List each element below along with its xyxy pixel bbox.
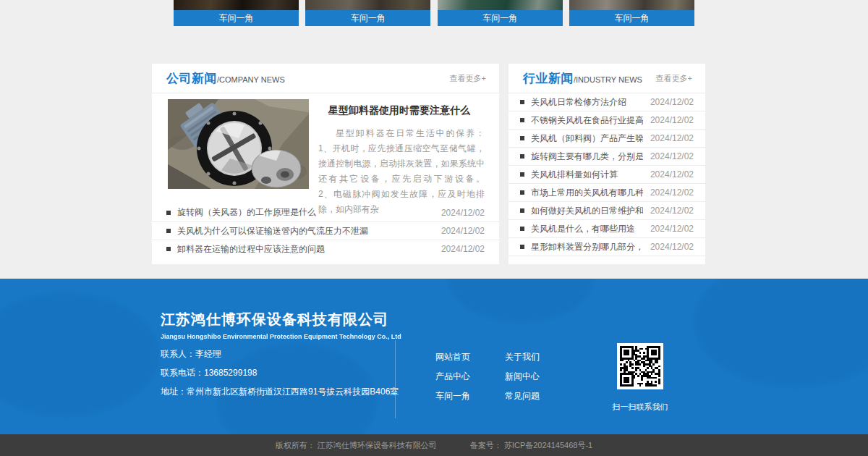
bullet-square-icon <box>520 154 524 159</box>
workshop-gallery: 车间一角 车间一角 车间一角 车间一角 <box>174 0 694 26</box>
workshop-photo <box>569 0 694 10</box>
news-list-item[interactable]: 不锈钢关风机在食品行业提高了工 2024/12/02 <box>509 111 705 130</box>
news-item-title: 旋转阀（关风器）的工作原理是什么 <box>177 206 434 219</box>
footer-company-name: 江苏鸿仕博环保设备科技有限公司 <box>161 310 401 329</box>
industry-news-title-en: /INDUSTRY NEWS <box>574 75 642 84</box>
news-item-date: 2024/12/02 <box>650 151 694 161</box>
news-item-date: 2024/12/02 <box>650 97 694 107</box>
footer-company-name-en: Jiangsu Hongshibo Environmental Protecti… <box>161 333 401 340</box>
news-item-date: 2024/12/02 <box>441 208 485 218</box>
news-list-item[interactable]: 关风机排料量如何计算 2024/12/02 <box>509 166 705 184</box>
map-watermark <box>0 293 159 416</box>
bullet-square-icon <box>520 100 524 104</box>
footer-link-about[interactable]: 关于我们 <box>505 351 540 363</box>
gallery-caption[interactable]: 车间一角 <box>438 10 563 26</box>
gallery-caption[interactable]: 车间一角 <box>305 10 430 26</box>
news-item-title: 星形卸料装置分别哪几部分，需要 <box>531 241 643 253</box>
rotary-feeder-photo-illustration <box>168 99 309 189</box>
news-list-item[interactable]: 关风机为什么可以保证输送管内的气流压力不泄漏 2024/12/02 <box>152 221 499 240</box>
gallery-caption[interactable]: 车间一角 <box>569 10 694 26</box>
news-item-date: 2024/12/02 <box>650 206 694 216</box>
news-list-item[interactable]: 卸料器在运输的过程中应该注意的问题 2024/12/02 <box>152 240 499 258</box>
gallery-card[interactable]: 车间一角 <box>569 0 694 26</box>
map-watermark <box>694 279 868 387</box>
news-item-date: 2024/12/02 <box>441 244 485 254</box>
news-item-title: 市场上常用的关风机有哪几种？ <box>531 187 643 199</box>
industry-news-list: 关风机日常检修方法介绍 2024/12/02 不锈钢关风机在食品行业提高了工 2… <box>509 93 705 256</box>
news-item-title: 不锈钢关风机在食品行业提高了工 <box>531 114 643 127</box>
icp-record-link[interactable]: 备案号： 苏ICP备2024145468号-1 <box>470 440 592 451</box>
bullet-square-icon <box>520 190 524 195</box>
gallery-caption[interactable]: 车间一角 <box>174 10 299 26</box>
news-item-date: 2024/12/02 <box>650 242 694 252</box>
news-item-date: 2024/12/02 <box>650 187 694 198</box>
footer-link-home[interactable]: 网站首页 <box>435 351 485 363</box>
gallery-card[interactable]: 车间一角 <box>438 0 563 26</box>
bullet-square-icon <box>520 172 524 177</box>
news-item-title: 卸料器在运输的过程中应该注意的问题 <box>177 243 434 256</box>
industry-news-panel: 行业新闻/INDUSTRY NEWS 查看更多+ 关风机日常检修方法介绍 202… <box>509 64 705 264</box>
news-list-item[interactable]: 旋转阀（关风器）的工作原理是什么 2024/12/02 <box>152 203 499 221</box>
news-item-date: 2024/12/02 <box>650 169 694 180</box>
industry-news-title: 行业新闻/INDUSTRY NEWS <box>523 70 642 87</box>
company-news-panel: 公司新闻/COMPANY NEWS 查看更多+ <box>152 64 499 264</box>
workshop-photo <box>174 0 299 10</box>
news-list-item[interactable]: 关风机是什么，有哪些用途 2024/12/02 <box>509 220 705 238</box>
workshop-photo <box>438 0 563 10</box>
footer-divider <box>395 340 396 418</box>
bullet-square-icon <box>166 229 171 233</box>
copyright-bar: 版权所有： 江苏鸿仕博环保设备科技有限公司 备案号： 苏ICP备20241454… <box>0 434 868 456</box>
bullet-square-icon <box>520 118 524 122</box>
bullet-square-icon <box>166 211 171 215</box>
industry-news-more-link[interactable]: 查看更多+ <box>656 73 692 84</box>
news-item-title: 关风机（卸料阀）产品产生噪音原 <box>531 132 643 145</box>
footer-link-news[interactable]: 新闻中心 <box>505 371 540 383</box>
qr-caption: 扫一扫联系我们 <box>606 402 674 413</box>
bullet-square-icon <box>520 227 524 231</box>
bullet-square-icon <box>166 247 171 251</box>
footer: 江苏鸿仕博环保设备科技有限公司 Jiangsu Hongshibo Enviro… <box>0 279 868 434</box>
news-list-item[interactable]: 如何做好关风机的日常维护和保养 2024/12/02 <box>509 202 705 220</box>
footer-contact-block: 联系人：李经理 联系电话：13685299198 地址：常州市新北区新桥街道汉江… <box>161 345 399 401</box>
news-item-date: 2024/12/02 <box>650 133 694 143</box>
news-list-item[interactable]: 关风机日常检修方法介绍 2024/12/02 <box>509 93 705 111</box>
featured-article-image[interactable] <box>168 99 309 189</box>
footer-link-workshop[interactable]: 车间一角 <box>435 390 485 402</box>
news-item-title: 旋转阀主要有哪几类，分别是什么 <box>531 151 643 163</box>
bullet-square-icon <box>520 136 524 140</box>
footer-address: 地址：常州市新北区新桥街道汉江西路91号拔云科技园B406室 <box>161 382 399 401</box>
news-list-item[interactable]: 市场上常用的关风机有哪几种？ 2024/12/02 <box>509 184 705 202</box>
news-list-item[interactable]: 旋转阀主要有哪几类，分别是什么 2024/12/02 <box>509 148 705 166</box>
news-item-title: 关风机日常检修方法介绍 <box>531 96 643 109</box>
featured-article-title[interactable]: 星型卸料器使用时需要注意什么 <box>318 104 485 117</box>
map-watermark <box>448 279 593 322</box>
news-item-title: 关风机是什么，有哪些用途 <box>531 223 643 235</box>
company-news-more-link[interactable]: 查看更多+ <box>450 73 486 84</box>
qr-code <box>617 343 663 389</box>
copyright-text: 版权所有： 江苏鸿仕博环保设备科技有限公司 <box>276 440 437 451</box>
company-news-header: 公司新闻/COMPANY NEWS 查看更多+ <box>152 64 499 93</box>
footer-link-products[interactable]: 产品中心 <box>435 371 485 383</box>
workshop-photo <box>305 0 430 10</box>
bullet-square-icon <box>520 208 524 213</box>
news-list-item[interactable]: 关风机（卸料阀）产品产生噪音原 2024/12/02 <box>509 130 705 148</box>
gallery-card[interactable]: 车间一角 <box>305 0 430 26</box>
footer-link-faq[interactable]: 常见问题 <box>505 390 540 402</box>
gallery-card[interactable]: 车间一角 <box>174 0 299 26</box>
company-news-title: 公司新闻/COMPANY NEWS <box>166 70 285 87</box>
news-item-title: 如何做好关风机的日常维护和保养 <box>531 205 643 217</box>
footer-nav: 网站首页 关于我们 产品中心 新闻中心 车间一角 常见问题 <box>435 351 540 402</box>
footer-company-block: 江苏鸿仕博环保设备科技有限公司 Jiangsu Hongshibo Enviro… <box>161 310 401 340</box>
news-item-title: 关风机为什么可以保证输送管内的气流压力不泄漏 <box>177 225 434 237</box>
news-item-date: 2024/12/02 <box>441 226 485 236</box>
footer-contact-phone: 联系电话：13685299198 <box>161 363 399 382</box>
news-item-title: 关风机排料量如何计算 <box>531 169 643 181</box>
footer-contact-person: 联系人：李经理 <box>161 345 399 363</box>
qr-code-image <box>620 346 660 387</box>
bullet-square-icon <box>520 245 524 249</box>
company-news-title-zh: 公司新闻 <box>166 72 217 85</box>
industry-news-title-zh: 行业新闻 <box>523 72 574 85</box>
industry-news-header: 行业新闻/INDUSTRY NEWS 查看更多+ <box>509 64 705 93</box>
news-list-item[interactable]: 星形卸料装置分别哪几部分，需要 2024/12/02 <box>509 238 705 256</box>
news-item-date: 2024/12/02 <box>650 115 694 125</box>
